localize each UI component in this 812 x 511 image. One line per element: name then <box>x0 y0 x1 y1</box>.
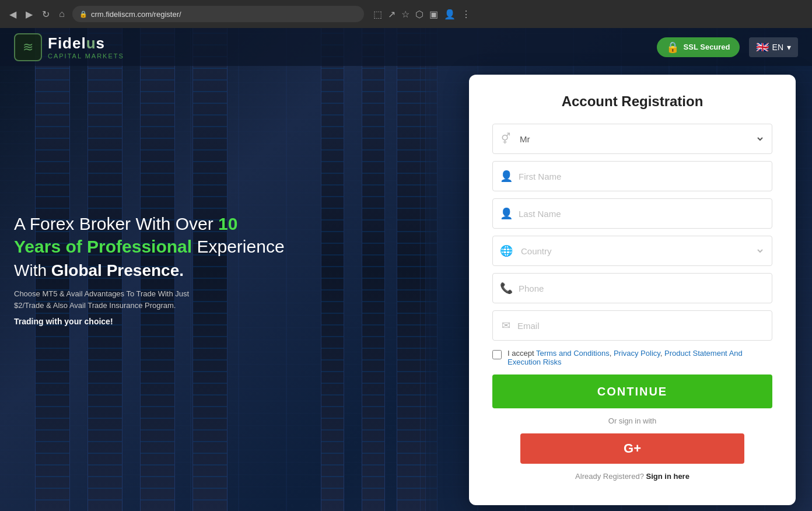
first-name-group: 👤 <box>492 161 772 191</box>
back-button[interactable]: ◀ <box>7 8 19 20</box>
hero-text: A Forex Broker With Over 10 Years of Pro… <box>14 212 285 326</box>
ssl-label: SSL Secured <box>684 43 730 51</box>
brand-highlight: u <box>86 34 96 52</box>
terms-text: I accept Terms and Conditions, Privacy P… <box>508 349 772 366</box>
terms-checkbox[interactable] <box>492 350 502 359</box>
top-nav: ≋ Fidelus CAPITAL MARKETS 🔒 SSL Secured … <box>0 28 812 66</box>
logo-text: Fidelus CAPITAL MARKETS <box>48 34 124 60</box>
salutation-group: ⚥ Mr Mrs Ms Dr <box>492 124 772 154</box>
nav-right: 🔒 SSL Secured 🇬🇧 EN ▾ <box>657 37 798 57</box>
bookmark-icon[interactable]: ☆ <box>401 9 410 20</box>
hero-tagline: Trading with your choice! <box>14 317 285 327</box>
registration-title: Account Registration <box>492 93 772 110</box>
flag-icon: 🇬🇧 <box>756 41 769 54</box>
phone-group: 📞 <box>492 273 772 303</box>
profile-icon[interactable]: 👤 <box>444 9 456 20</box>
lang-label: EN <box>772 43 783 52</box>
privacy-link[interactable]: Privacy Policy <box>614 349 660 358</box>
person-last-icon: 👤 <box>500 207 513 220</box>
hero-title-1: A Forex Broker With Over 10 <box>14 212 285 235</box>
home-button[interactable]: ⌂ <box>56 8 68 20</box>
email-icon: ✉ <box>500 319 512 332</box>
phone-icon: 📞 <box>500 282 513 295</box>
forward-button[interactable]: ▶ <box>23 8 35 20</box>
gender-icon: ⚥ <box>500 132 512 145</box>
hero-text-1: A Forex Broker With Over <box>14 214 218 233</box>
last-name-group: 👤 <box>492 198 772 229</box>
chevron-down-icon: ▾ <box>787 43 791 52</box>
signin-link[interactable]: Sign in here <box>646 472 690 481</box>
country-select[interactable]: Country United States United Kingdom Aus… <box>519 236 765 265</box>
hero-title-3: With Global Presence. <box>14 260 285 281</box>
browser-actions: ⬚ ↗ ☆ ⬡ ▣ 👤 ⋮ <box>373 9 471 20</box>
already-registered-text: Already Registered? Sign in here <box>492 472 772 481</box>
logo-area: ≋ Fidelus CAPITAL MARKETS <box>14 33 124 61</box>
brand-sub: CAPITAL MARKETS <box>48 52 124 60</box>
terms-checkbox-area: I accept Terms and Conditions, Privacy P… <box>492 349 772 366</box>
address-bar[interactable]: 🔒 crm.fideliscm.com/register/ <box>72 6 364 22</box>
hero-text-3: With <box>14 261 51 279</box>
person-icon: 👤 <box>500 170 513 183</box>
hero-desc: Choose MT5 & Avail Advantages To Trade W… <box>14 289 285 312</box>
browser-chrome: ◀ ▶ ↻ ⌂ 🔒 crm.fideliscm.com/register/ ⬚ … <box>0 0 812 28</box>
logo-icon: ≋ <box>14 33 42 61</box>
reload-button[interactable]: ↻ <box>40 8 51 20</box>
hero-highlight-2: Years of Professional <box>14 237 192 256</box>
extensions-icon[interactable]: ⬡ <box>415 9 424 20</box>
brand-name: Fidelus <box>48 34 124 52</box>
screenshot-icon[interactable]: ⬚ <box>373 9 382 20</box>
logo-symbol: ≋ <box>23 40 33 55</box>
terms-link[interactable]: Terms and Conditions <box>536 349 610 358</box>
globe-icon: 🌐 <box>500 244 513 257</box>
first-name-input[interactable] <box>519 162 765 191</box>
hero-highlight-3: Global Presence. <box>51 261 184 279</box>
email-input[interactable] <box>517 311 765 340</box>
server-col-8 <box>420 28 438 511</box>
language-selector[interactable]: 🇬🇧 EN ▾ <box>749 37 798 57</box>
server-col-6 <box>362 28 385 511</box>
share-icon[interactable]: ↗ <box>388 9 396 20</box>
url-text: crm.fideliscm.com/register/ <box>91 10 181 19</box>
last-name-input[interactable] <box>519 199 765 228</box>
continue-button[interactable]: CONTINUE <box>492 374 772 408</box>
country-group: 🌐 Country United States United Kingdom A… <box>492 236 772 266</box>
salutation-select[interactable]: Mr Mrs Ms Dr <box>517 124 765 153</box>
hero-title-2: Years of Professional Experience <box>14 235 285 258</box>
email-group: ✉ <box>492 310 772 341</box>
server-col-5 <box>321 28 344 511</box>
or-signin-text: Or sign in with <box>492 416 772 425</box>
page: ≋ Fidelus CAPITAL MARKETS 🔒 SSL Secured … <box>0 28 812 511</box>
checkbox-prefix: I accept <box>508 349 536 358</box>
window-icon[interactable]: ▣ <box>429 9 438 20</box>
ssl-lock-icon: 🔒 <box>666 41 679 54</box>
phone-input[interactable] <box>519 274 765 303</box>
ssl-badge: 🔒 SSL Secured <box>657 37 740 57</box>
hero-highlight-1: 10 <box>218 214 237 233</box>
lock-icon: 🔒 <box>79 10 88 18</box>
registration-panel: Account Registration ⚥ Mr Mrs Ms Dr 👤 👤 … <box>469 75 796 505</box>
hero-text-2: Experience <box>192 237 284 256</box>
menu-icon[interactable]: ⋮ <box>461 9 471 20</box>
google-signin-button[interactable]: G+ <box>520 433 744 464</box>
already-text: Already Registered? <box>575 472 646 481</box>
